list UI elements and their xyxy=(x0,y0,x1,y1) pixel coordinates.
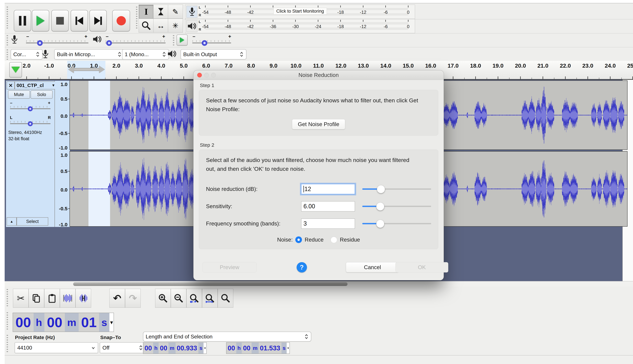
copy-button[interactable] xyxy=(29,289,44,308)
envelope-tool-button[interactable] xyxy=(153,5,168,18)
meter-scale-label: -18 xyxy=(337,10,344,15)
track-name-menu[interactable]: 001_CTP_cl ▼ xyxy=(15,82,57,90)
fit-project-button[interactable] xyxy=(202,289,218,308)
sensitivity-input[interactable]: 6.00 xyxy=(301,201,355,212)
time-digit-segment[interactable]: 01 xyxy=(79,313,99,332)
play-button[interactable] xyxy=(32,10,49,32)
noise-reduction-slider[interactable] xyxy=(362,185,431,193)
horizontal-scrollbar-thumb[interactable] xyxy=(73,282,348,286)
cut-button[interactable]: ✂ xyxy=(13,289,29,308)
time-toolbar-grip[interactable] xyxy=(7,312,8,330)
silence-selection-button[interactable] xyxy=(76,289,91,308)
pause-button[interactable] xyxy=(14,10,31,32)
undo-button[interactable]: ↶ xyxy=(109,289,125,308)
trim-outside-selection-button[interactable] xyxy=(60,289,76,308)
device-toolbar-grip[interactable] xyxy=(7,50,8,60)
time-shift-tool-button[interactable]: ↔ xyxy=(153,18,168,32)
fit-selection-button[interactable] xyxy=(186,289,202,308)
time-digit-segment[interactable]: 00 xyxy=(159,342,168,354)
zoom-window-button[interactable] xyxy=(211,73,216,78)
playback-device-select[interactable]: Built-in Output xyxy=(181,49,246,60)
playback-meter[interactable]: L R -54-48-42-36-30-24-18-12-60 xyxy=(185,19,415,33)
transcription-toolbar-grip[interactable] xyxy=(173,35,174,46)
paste-button[interactable] xyxy=(44,289,60,308)
meter-tick xyxy=(340,20,341,22)
selection-drag-handle[interactable] xyxy=(68,66,105,73)
slider-min-label: – xyxy=(106,34,109,39)
snap-to-select[interactable]: Off xyxy=(100,342,146,353)
recording-meter[interactable]: L R -54-48-42-18-12-60 Click to Start Mo… xyxy=(185,5,415,19)
stop-button[interactable] xyxy=(51,10,69,32)
project-rate-label: Project Rate (Hz) xyxy=(15,334,55,340)
slider-max-label: + xyxy=(228,34,231,39)
audio-host-select[interactable]: Cor... xyxy=(11,49,43,60)
track-collapse-button[interactable]: ▲ xyxy=(7,217,17,226)
transport-toolbar-grip[interactable] xyxy=(7,7,8,30)
zoom-toggle-button[interactable] xyxy=(218,289,233,308)
zoom-tool-button[interactable] xyxy=(139,18,154,32)
time-digit-segment[interactable]: 00 xyxy=(44,313,65,332)
zoom-in-button[interactable] xyxy=(155,289,171,308)
minimize-window-button[interactable] xyxy=(204,73,209,78)
selection-end-display[interactable]: 00h00m01.533s▾ xyxy=(226,342,290,354)
time-digit-segment[interactable]: 00 xyxy=(226,342,236,354)
play-speed-slider[interactable] xyxy=(202,40,207,46)
meter-monitoring-overlay[interactable]: Click to Start Monitoring xyxy=(273,8,327,14)
playback-volume-slider[interactable] xyxy=(106,40,112,46)
recording-volume-slider[interactable] xyxy=(37,40,43,46)
pinned-playhead-button[interactable] xyxy=(9,62,22,78)
selection-mode-select[interactable]: Length and End of Selection xyxy=(143,332,311,342)
frequency-smoothing-slider[interactable] xyxy=(362,220,431,228)
tools-toolbar-grip[interactable] xyxy=(136,7,137,30)
frequency-smoothing-input[interactable]: 3 xyxy=(301,218,355,229)
solo-button[interactable]: Solo xyxy=(31,90,53,99)
redo-button[interactable]: ↷ xyxy=(125,289,141,308)
time-format-menu-arrow[interactable]: ▾ xyxy=(109,313,114,332)
multi-tool-button[interactable]: ✳ xyxy=(168,18,183,32)
ok-button[interactable]: OK xyxy=(395,262,448,272)
track-select-button[interactable]: Select xyxy=(17,217,48,226)
reduce-radio[interactable] xyxy=(295,236,302,243)
gain-slider[interactable] xyxy=(28,106,33,111)
recording-channels-select[interactable]: 1 (Mono... xyxy=(122,49,169,60)
mixer-toolbar-grip[interactable] xyxy=(7,35,8,46)
time-digit-segment[interactable]: 00.933 xyxy=(176,342,198,354)
record-button[interactable] xyxy=(112,10,130,32)
time-format-menu-arrow[interactable]: ▾ xyxy=(287,342,289,354)
cancel-button[interactable]: Cancel xyxy=(346,262,399,272)
selection-start-display[interactable]: 00h00m00.933s▾ xyxy=(143,342,207,354)
sensitivity-slider[interactable] xyxy=(362,202,431,210)
time-digit-segment[interactable]: 00 xyxy=(242,342,251,354)
play-icon xyxy=(37,16,45,26)
draw-tool-button[interactable]: ✎ xyxy=(168,5,183,18)
preview-button[interactable]: Preview xyxy=(202,262,256,272)
time-digit-segment[interactable]: 01.533 xyxy=(259,342,281,354)
play-at-speed-button[interactable] xyxy=(177,34,188,46)
zoom-out-button[interactable] xyxy=(171,289,186,308)
pan-slider[interactable] xyxy=(28,121,33,126)
mute-button[interactable]: Mute xyxy=(8,90,30,99)
dialog-title-bar[interactable]: Noise Reduction xyxy=(194,70,444,80)
residue-radio[interactable] xyxy=(331,236,337,243)
selection-tool-button[interactable]: I xyxy=(139,5,154,18)
skip-to-end-button[interactable] xyxy=(90,10,107,32)
get-noise-profile-button[interactable]: Get Noise Profile xyxy=(292,119,345,130)
track-close-button[interactable]: ✕ xyxy=(7,82,15,90)
help-button[interactable]: ? xyxy=(297,262,307,272)
timeline-label: 2.0 xyxy=(112,62,120,69)
time-format-menu-arrow[interactable]: ▾ xyxy=(203,342,206,354)
horizontal-scrollbar[interactable] xyxy=(5,281,633,287)
timeline-label: 20.0 xyxy=(515,62,526,69)
selection-toolbar-grip[interactable] xyxy=(7,335,8,353)
recording-device-select[interactable]: Built-in Microp... xyxy=(54,49,124,60)
skip-to-start-button[interactable] xyxy=(71,10,88,32)
time-digit-segment[interactable]: 00 xyxy=(143,342,153,354)
edit-toolbar-grip[interactable] xyxy=(7,289,8,307)
audio-position-display[interactable]: 00h00m01s▾ xyxy=(13,313,114,332)
noise-reduction-input[interactable]: 12 xyxy=(301,184,355,194)
slider-min-label: – xyxy=(26,34,29,39)
close-window-button[interactable] xyxy=(197,73,202,78)
project-rate-select[interactable]: 44100 xyxy=(15,342,98,353)
time-digit-segment[interactable]: 00 xyxy=(13,313,34,332)
microphone-icon xyxy=(11,34,18,44)
